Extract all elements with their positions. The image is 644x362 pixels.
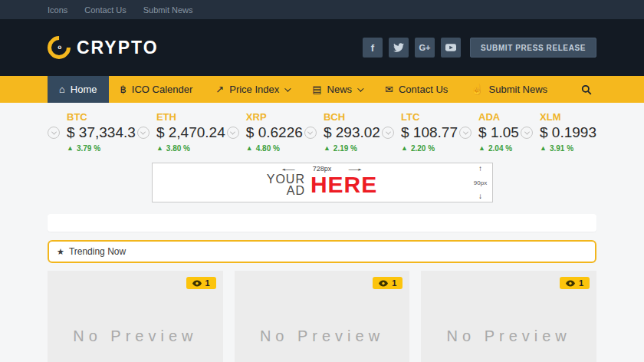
up-arrow-icon: ▲ [401,145,408,152]
ticker-coin: XRP $ 0.6226 ▲ 4.80 % [227,111,303,153]
crypto-logo-icon: ‹› [43,31,75,64]
topbar-link-submit-news[interactable]: Submit News [143,5,193,15]
ticker-coin: LTC $ 108.77 ▲ 2.20 % [382,111,458,153]
chevron-down-icon [284,85,291,91]
trending-cards-row: 1 No Preview 1 No Preview 1 No Preview [48,271,596,362]
coin-change: ▲ 2.04 % [478,144,519,153]
nav-item-submit-news[interactable]: ☝ Submit News [459,76,559,103]
twitter-icon[interactable] [389,38,409,58]
news-ticker-bar [48,214,596,232]
article-card[interactable]: 1 No Preview [235,271,410,362]
ticker-coin: BCH $ 293.02 ▲ 2.19 % [304,111,380,153]
site-header: ‹› CRYPTO f G+ SUBMIT PRESS RELEASE [0,19,644,76]
envelope-icon: ✉ [385,84,393,94]
facebook-icon[interactable]: f [363,38,383,58]
newspaper-icon: ▤ [312,84,321,94]
youtube-icon[interactable] [441,38,461,58]
coin-symbol: XRP [246,111,303,123]
chevron-down-icon[interactable] [137,127,150,139]
home-icon: ⌂ [59,84,65,94]
coin-price: $ 0.6226 [246,124,303,141]
chart-icon: ↗ [215,84,224,94]
coin-change: ▲ 3.91 % [540,144,596,153]
coin-price: $ 0.1993 [540,124,596,141]
eye-icon [379,280,388,287]
chevron-down-icon [357,85,363,91]
chevron-down-icon[interactable] [304,127,317,139]
article-card[interactable]: 1 No Preview [48,271,223,362]
trending-label: Trending Now [69,246,126,257]
google-plus-icon[interactable]: G+ [415,38,435,58]
up-arrow-icon: ↑ [478,165,482,173]
chevron-down-icon[interactable] [382,127,394,139]
coin-change: ▲ 3.79 % [67,144,136,153]
nav-item-ico-calender[interactable]: ฿ ICO Calender [109,76,205,103]
search-button[interactable] [577,76,596,103]
site-logo[interactable]: ‹› CRYPTO [48,36,159,59]
chevron-down-icon[interactable] [521,127,533,139]
chevron-down-icon[interactable] [227,127,239,139]
coin-change: ▲ 2.19 % [324,144,380,153]
topbar-link-contact-us[interactable]: Contact Us [84,5,126,15]
coin-price: $ 37,334.3 [67,124,136,141]
ticker-coin: XLM $ 0.1993 ▲ 3.91 % [521,111,596,153]
bitcoin-icon: ฿ [120,84,127,94]
coin-price: $ 2,470.24 [156,124,225,141]
submit-press-release-button[interactable]: SUBMIT PRESS RELEASE [470,38,596,58]
coin-symbol: BTC [67,111,136,123]
star-icon: ★ [57,248,64,256]
up-arrow-icon: ▲ [67,145,74,152]
no-preview-text: No Preview [260,327,384,345]
up-arrow-icon: ▲ [156,145,163,152]
no-preview-text: No Preview [73,327,197,345]
ticker-coin: ETH $ 2,470.24 ▲ 3.80 % [137,111,225,153]
topbar-link-icons[interactable]: Icons [48,5,67,15]
nav-item-price-index[interactable]: ↗ Price Index [204,76,301,103]
ad-banner-728x90[interactable]: ← 728px → YOUR AD HERE ↑ 90px ↓ [152,163,493,202]
search-icon [581,84,592,95]
coin-symbol: LTC [401,111,458,123]
no-preview-text: No Preview [447,327,571,345]
views-badge: 1 [186,277,216,289]
coin-price: $ 108.77 [401,124,458,141]
views-badge: 1 [560,277,590,289]
ad-placeholder-text: YOUR AD HERE [267,173,378,196]
nav-item-news[interactable]: ▤ News [301,76,373,103]
main-navbar: ⌂ Home ฿ ICO Calender ↗ Price Index ▤ Ne… [0,76,644,103]
left-arrow-icon: ← [278,164,300,173]
coin-symbol: ADA [478,111,519,123]
ticker-coin: BTC $ 37,334.3 ▲ 3.79 % [48,111,136,153]
coin-change: ▲ 2.20 % [401,144,458,153]
up-arrow-icon: ▲ [324,145,330,152]
nav-item-contact-us[interactable]: ✉ Contact Us [373,76,459,103]
coin-symbol: BCH [324,111,380,123]
coin-symbol: XLM [540,111,596,123]
coin-change: ▲ 3.80 % [156,144,225,153]
ticker-coin: ADA $ 1.05 ▲ 2.04 % [459,111,519,153]
chevron-down-icon[interactable] [48,127,60,139]
ad-height-indicator: ↑ 90px ↓ [471,163,491,202]
trending-now-bar: ★ Trending Now [48,240,596,263]
hand-icon: ☝ [471,84,483,94]
site-title: CRYPTO [77,38,159,58]
nav-item-home[interactable]: ⌂ Home [48,76,109,103]
right-arrow-icon: → [344,164,366,173]
coin-price: $ 293.02 [324,124,380,141]
up-arrow-icon: ▲ [246,145,253,152]
up-arrow-icon: ▲ [478,145,485,152]
chevron-down-icon[interactable] [459,127,472,139]
down-arrow-icon: ↓ [478,193,482,200]
coin-price: $ 1.05 [478,124,519,141]
coin-change: ▲ 4.80 % [246,144,303,153]
top-utility-bar: Icons Contact Us Submit News [0,0,644,19]
price-ticker: BTC $ 37,334.3 ▲ 3.79 % ETH $ 2,470.24 ▲… [0,103,644,153]
coin-symbol: ETH [156,111,225,123]
eye-icon [192,280,202,287]
views-badge: 1 [373,277,402,289]
article-card[interactable]: 1 No Preview [421,271,596,362]
eye-icon [566,280,575,287]
up-arrow-icon: ▲ [540,145,547,152]
ad-width-indicator: ← 728px → [153,164,492,173]
